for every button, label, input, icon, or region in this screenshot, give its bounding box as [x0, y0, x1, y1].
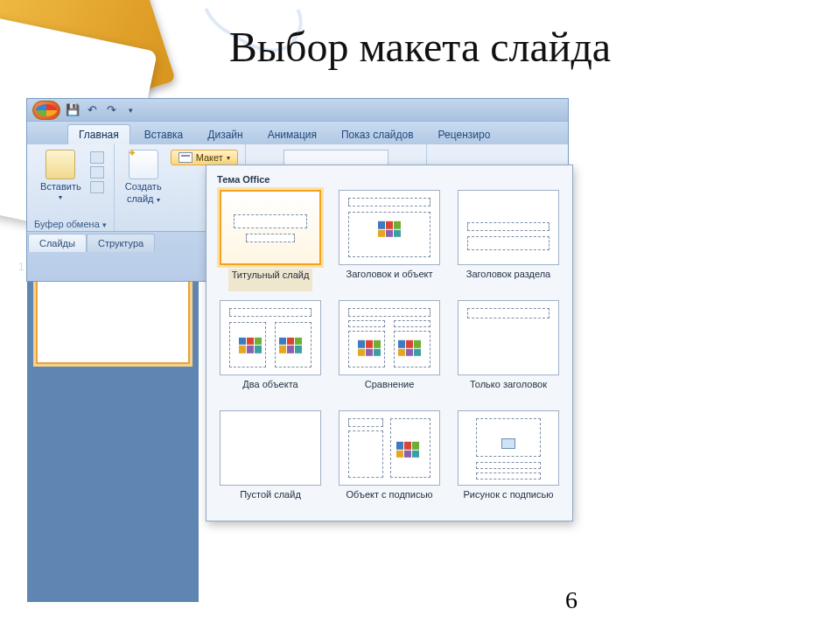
- group-label-clipboard: Буфер обмена ▾: [34, 217, 107, 229]
- layout-label: Заголовок раздела: [466, 269, 550, 291]
- layout-button[interactable]: Макет ▾: [171, 150, 238, 165]
- font-name-field[interactable]: [284, 150, 388, 165]
- tab-animation[interactable]: Анимация: [257, 125, 327, 144]
- paste-label: Вставить: [40, 181, 81, 192]
- redo-icon[interactable]: ↷: [104, 103, 118, 117]
- layout-mini-thumb-icon: [178, 152, 192, 163]
- group-clipboard: Вставить ▾ Буфер обмена ▾: [27, 144, 115, 231]
- layout-label: Рисунок с подписью: [464, 489, 554, 512]
- qat-dropdown-icon[interactable]: ▾: [123, 103, 137, 117]
- quick-access-toolbar: 💾 ↶ ↷ ▾: [27, 99, 568, 122]
- layout-label: Сравнение: [365, 379, 415, 402]
- content-placeholder-icon: [358, 340, 381, 356]
- undo-icon[interactable]: ↶: [85, 103, 99, 117]
- layout-option-content-caption[interactable]: Объект с подписью: [334, 410, 444, 512]
- slide-thumbnail-rail: 1: [27, 252, 199, 602]
- content-placeholder-icon: [396, 442, 419, 458]
- chevron-down-icon: ▾: [227, 154, 230, 162]
- tab-insert[interactable]: Вставка: [134, 125, 194, 144]
- layout-label: Объект с подписью: [346, 489, 433, 512]
- content-placeholder-icon: [398, 340, 421, 356]
- clipboard-small-buttons: [90, 148, 104, 193]
- slide-page-number: 6: [565, 586, 578, 614]
- content-placeholder-icon: [378, 221, 401, 237]
- tab-home[interactable]: Главная: [67, 124, 130, 144]
- layout-gallery-panel: Тема Office Титульный слайд Заголовок и …: [206, 164, 573, 522]
- save-icon[interactable]: 💾: [66, 103, 80, 117]
- layout-option-picture-caption[interactable]: Рисунок с подписью: [453, 410, 564, 512]
- layout-option-title-content[interactable]: Заголовок и объект: [334, 190, 444, 291]
- format-painter-icon[interactable]: [90, 181, 104, 193]
- picture-placeholder-icon: [501, 438, 515, 449]
- cut-icon[interactable]: [90, 151, 104, 164]
- layout-option-two-content[interactable]: Два объекта: [215, 300, 326, 402]
- page-title: Выбор макета слайда: [0, 23, 840, 71]
- layout-label: Заголовок и объект: [346, 269, 433, 291]
- new-slide-label1: Создать: [125, 181, 162, 192]
- panel-tab-outline[interactable]: Структура: [87, 234, 155, 252]
- tab-slideshow[interactable]: Показ слайдов: [331, 125, 424, 144]
- copy-icon[interactable]: [90, 166, 104, 178]
- layout-label: Два объекта: [242, 379, 298, 402]
- tab-review[interactable]: Рецензиро: [428, 125, 501, 144]
- clipboard-icon: [46, 150, 75, 179]
- layout-panel-header: Тема Office: [212, 171, 567, 190]
- panel-tab-slides[interactable]: Слайды: [28, 234, 87, 252]
- ribbon-tabs: Главная Вставка Дизайн Анимация Показ сл…: [27, 122, 568, 144]
- layout-button-label: Макет: [196, 152, 223, 163]
- content-placeholder-icon: [239, 338, 262, 354]
- office-button[interactable]: [32, 101, 60, 120]
- content-placeholder-icon: [279, 338, 302, 354]
- paste-button[interactable]: Вставить ▾: [37, 148, 85, 203]
- layout-option-blank[interactable]: Пустой слайд: [215, 410, 326, 512]
- layout-option-title-slide[interactable]: Титульный слайд: [215, 190, 326, 291]
- chevron-down-icon: ▾: [59, 193, 62, 201]
- slides-panel-tabs: Слайды Структура: [28, 234, 155, 252]
- layout-option-title-only[interactable]: Только заголовок: [453, 300, 564, 402]
- layout-label: Титульный слайд: [228, 269, 313, 291]
- new-slide-icon: [129, 150, 158, 179]
- slide-thumb-number: 1: [18, 261, 24, 273]
- new-slide-button[interactable]: Создать слайд ▾: [122, 148, 165, 206]
- layout-label: Только заголовок: [470, 379, 547, 402]
- tab-design[interactable]: Дизайн: [197, 125, 253, 144]
- layout-option-comparison[interactable]: Сравнение: [334, 300, 444, 402]
- layout-option-section-header[interactable]: Заголовок раздела: [453, 190, 564, 291]
- layout-label: Пустой слайд: [240, 489, 301, 512]
- new-slide-label2: слайд ▾: [127, 193, 160, 204]
